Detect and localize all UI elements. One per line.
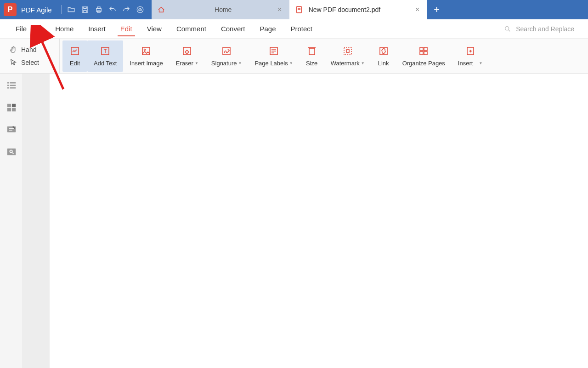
tab-home[interactable]: Home × — [152, 0, 289, 19]
menu-file[interactable]: File ▼ — [8, 23, 48, 34]
side-panel — [0, 74, 23, 368]
svg-rect-23 — [7, 82, 9, 84]
chevron-down-icon: ▼ — [479, 61, 483, 65]
svg-rect-21 — [424, 52, 427, 55]
ribbon-organize-label: Organize Pages — [402, 60, 445, 67]
ribbon-insert-image[interactable]: Insert Image — [123, 40, 169, 72]
menu-insert[interactable]: Insert — [81, 23, 113, 34]
separator — [61, 5, 62, 14]
ribbon-size[interactable]: Size — [300, 40, 324, 72]
svg-rect-0 — [82, 7, 88, 12]
tool-hand-label: Hand — [21, 46, 36, 53]
ribbon-add-text-label: Add Text — [94, 60, 117, 67]
page-gutter — [23, 74, 50, 368]
chevron-down-icon: ▼ — [289, 61, 293, 65]
text-icon — [99, 45, 111, 57]
ribbon: Hand Select Edit Add Text Insert Image E… — [0, 39, 588, 74]
svg-rect-9 — [142, 47, 150, 55]
ribbon-edit-label: Edit — [70, 60, 80, 67]
app-name: PDF Agile — [21, 6, 52, 14]
open-folder-icon[interactable] — [64, 3, 78, 17]
menu-home[interactable]: Home — [48, 23, 81, 34]
ribbon-insert-label: Insert — [458, 60, 473, 67]
chevron-down-icon: ▼ — [31, 28, 35, 32]
document-tabs: Home × New PDF document2.pdf × + — [152, 0, 447, 19]
tool-select[interactable]: Select — [9, 56, 59, 69]
svg-rect-15 — [344, 47, 351, 55]
svg-rect-34 — [7, 149, 15, 155]
signature-icon — [220, 45, 232, 57]
ribbon-add-text[interactable]: Add Text — [87, 40, 123, 72]
tab-close-home[interactable]: × — [276, 6, 284, 14]
ribbon-signature[interactable]: Signature▼ — [205, 40, 249, 72]
image-icon — [140, 45, 152, 57]
svg-rect-19 — [424, 47, 427, 51]
workspace — [0, 74, 588, 368]
ribbon-organize-pages[interactable]: Organize Pages — [396, 40, 452, 72]
hand-icon — [9, 46, 17, 54]
ribbon-left-tools: Hand Select — [0, 39, 60, 73]
menu-view[interactable]: View — [140, 23, 169, 34]
edit-content-icon — [69, 45, 81, 57]
ribbon-watermark[interactable]: Watermark▼ — [324, 40, 371, 72]
organize-icon — [418, 45, 430, 57]
outline-panel-icon[interactable] — [6, 80, 17, 91]
menu-page[interactable]: Page — [252, 23, 283, 34]
home-icon — [157, 6, 165, 14]
redo-icon[interactable] — [119, 3, 133, 17]
svg-point-6 — [505, 26, 509, 30]
menu-edit[interactable]: Edit — [113, 23, 140, 34]
ribbon-size-label: Size — [306, 60, 317, 67]
home-circle-icon[interactable] — [133, 3, 147, 17]
svg-rect-27 — [7, 87, 9, 89]
ribbon-link[interactable]: Link — [371, 40, 396, 72]
cursor-icon — [9, 58, 17, 67]
ribbon-tools: Edit Add Text Insert Image Eraser ▼ Sign… — [60, 39, 489, 73]
svg-rect-14 — [309, 48, 315, 55]
search-and-replace[interactable]: Search and Replace — [504, 25, 588, 33]
tool-select-label: Select — [21, 59, 39, 66]
ribbon-insert-page[interactable]: Insert ▼ — [452, 40, 489, 72]
ribbon-eraser-label: Eraser — [176, 60, 193, 67]
page-labels-icon — [268, 45, 280, 57]
search-icon — [504, 25, 511, 33]
new-tab-button[interactable]: + — [427, 0, 447, 19]
menu-convert[interactable]: Convert — [214, 23, 253, 34]
tool-hand[interactable]: Hand — [9, 43, 59, 56]
tab-close-document[interactable]: × — [413, 6, 422, 14]
thumbnails-panel-icon[interactable] — [6, 102, 17, 113]
insert-page-icon — [464, 45, 476, 57]
title-bar: P PDF Agile Home × New PDF document2.pdf — [0, 0, 588, 19]
undo-icon[interactable] — [106, 3, 119, 17]
search-placeholder: Search and Replace — [516, 25, 574, 33]
print-icon[interactable] — [92, 3, 106, 17]
ribbon-signature-label: Signature — [211, 60, 237, 67]
ribbon-insert-image-label: Insert Image — [130, 60, 163, 67]
svg-rect-24 — [10, 82, 16, 84]
svg-rect-30 — [11, 104, 15, 107]
save-icon[interactable] — [78, 3, 92, 17]
chevron-down-icon: ▼ — [195, 61, 198, 65]
svg-rect-16 — [346, 50, 349, 52]
menu-protect[interactable]: Protect — [283, 23, 320, 34]
page-canvas[interactable] — [50, 74, 588, 368]
menu-comment[interactable]: Comment — [169, 23, 214, 34]
search-panel-icon[interactable] — [6, 146, 17, 157]
svg-rect-20 — [420, 52, 423, 55]
comments-panel-icon[interactable] — [6, 124, 17, 135]
size-icon — [306, 45, 318, 57]
svg-rect-29 — [7, 104, 11, 107]
tab-home-label: Home — [171, 6, 276, 13]
link-icon — [378, 45, 390, 57]
app-logo: P — [4, 3, 17, 16]
ribbon-page-labels[interactable]: Page Labels▼ — [248, 40, 299, 72]
tab-document[interactable]: New PDF document2.pdf × — [289, 0, 427, 19]
menu-bar: File ▼ Home Insert Edit View Comment Con… — [0, 19, 588, 39]
chevron-down-icon: ▼ — [361, 61, 365, 65]
ribbon-eraser[interactable]: Eraser ▼ — [170, 40, 205, 72]
ribbon-edit[interactable]: Edit — [62, 40, 87, 72]
ribbon-watermark-label: Watermark — [331, 60, 360, 67]
tab-document-label: New PDF document2.pdf — [309, 6, 413, 13]
svg-rect-32 — [11, 108, 15, 111]
svg-rect-28 — [10, 87, 16, 89]
